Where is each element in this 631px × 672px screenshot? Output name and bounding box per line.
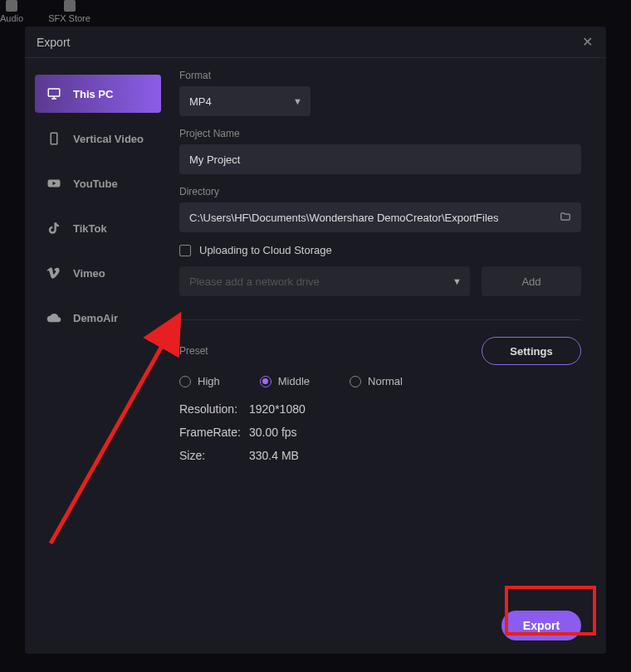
preset-radio-middle[interactable]: Middle xyxy=(260,375,310,387)
dialog-footer: Export xyxy=(179,611,581,640)
settings-button[interactable]: Settings xyxy=(482,337,581,365)
size-row: Size: 330.4 MB xyxy=(179,449,581,462)
directory-input-wrap xyxy=(179,202,581,232)
svg-rect-1 xyxy=(51,133,57,144)
cloud-upload-label: Uploading to Cloud Storage xyxy=(199,244,332,256)
radio-icon xyxy=(260,376,271,387)
sidebar-item-vertical-video[interactable]: Vertical Video xyxy=(35,119,161,158)
project-name-input[interactable] xyxy=(189,153,571,166)
cloud-upload-row: Uploading to Cloud Storage xyxy=(179,244,581,256)
format-select[interactable]: MP4 ▼ xyxy=(179,86,311,116)
sidebar-item-demoair[interactable]: DemoAir xyxy=(35,299,161,337)
dialog-title: Export xyxy=(37,36,70,49)
format-group: Format MP4 ▼ xyxy=(179,70,581,116)
directory-label: Directory xyxy=(179,186,581,197)
preset-header: Preset Settings xyxy=(179,337,581,365)
export-form: Format MP4 ▼ Project Name Directory xyxy=(171,58,606,654)
project-name-group: Project Name xyxy=(179,128,581,174)
preset-radio-row: High Middle Normal xyxy=(179,375,581,387)
bg-sfx: SFX Store xyxy=(48,0,90,25)
export-button[interactable]: Export xyxy=(501,611,581,640)
radio-icon xyxy=(179,376,191,387)
sidebar-item-label: Vimeo xyxy=(73,267,105,280)
sidebar-item-label: Vertical Video xyxy=(73,133,144,145)
framerate-row: FrameRate: 30.00 fps xyxy=(179,426,581,439)
dialog-body: This PC Vertical Video YouTube TikTok xyxy=(25,58,606,654)
export-sidebar: This PC Vertical Video YouTube TikTok xyxy=(25,58,171,654)
add-network-button[interactable]: Add xyxy=(482,266,581,296)
cloud-icon xyxy=(46,310,61,325)
vimeo-icon xyxy=(46,265,61,280)
format-label: Format xyxy=(179,70,581,81)
svg-rect-0 xyxy=(48,89,60,96)
sidebar-item-tiktok[interactable]: TikTok xyxy=(35,209,161,247)
sidebar-item-this-pc[interactable]: This PC xyxy=(35,75,161,113)
network-drive-row: Please add a network drive ▼ Add xyxy=(179,266,581,296)
folder-icon[interactable] xyxy=(560,211,571,225)
preset-radio-high[interactable]: High xyxy=(179,375,220,387)
preset-label: Preset xyxy=(179,345,208,357)
sidebar-item-youtube[interactable]: YouTube xyxy=(35,164,161,202)
project-name-input-wrap xyxy=(179,144,581,174)
cloud-upload-checkbox[interactable] xyxy=(179,245,191,256)
youtube-icon xyxy=(46,176,61,191)
sidebar-item-label: DemoAir xyxy=(73,312,118,324)
background-toolbar: Audio SFX Store xyxy=(0,0,631,25)
dialog-header: Export ✕ xyxy=(25,27,606,58)
divider xyxy=(179,319,581,320)
monitor-icon xyxy=(46,86,61,101)
resolution-row: Resolution: 1920*1080 xyxy=(179,402,581,416)
sidebar-item-label: YouTube xyxy=(73,178,118,190)
chevron-down-icon: ▼ xyxy=(293,96,302,106)
radio-icon xyxy=(350,376,361,387)
directory-group: Directory xyxy=(179,186,581,232)
preset-radio-normal[interactable]: Normal xyxy=(350,375,403,387)
project-name-label: Project Name xyxy=(179,128,581,139)
sfx-icon xyxy=(64,0,76,12)
audio-icon xyxy=(6,0,17,12)
sidebar-item-label: This PC xyxy=(73,88,113,100)
sidebar-item-vimeo[interactable]: Vimeo xyxy=(35,254,161,292)
chevron-down-icon: ▼ xyxy=(452,276,462,286)
bg-audio: Audio xyxy=(0,0,23,25)
export-dialog: Export ✕ This PC Vertical Video Yo xyxy=(25,27,606,654)
close-icon[interactable]: ✕ xyxy=(580,34,594,50)
phone-icon xyxy=(46,131,61,146)
sidebar-item-label: TikTok xyxy=(73,222,107,235)
network-drive-select[interactable]: Please add a network drive ▼ xyxy=(179,266,470,296)
tiktok-icon xyxy=(46,221,61,236)
directory-input[interactable] xyxy=(189,212,553,224)
